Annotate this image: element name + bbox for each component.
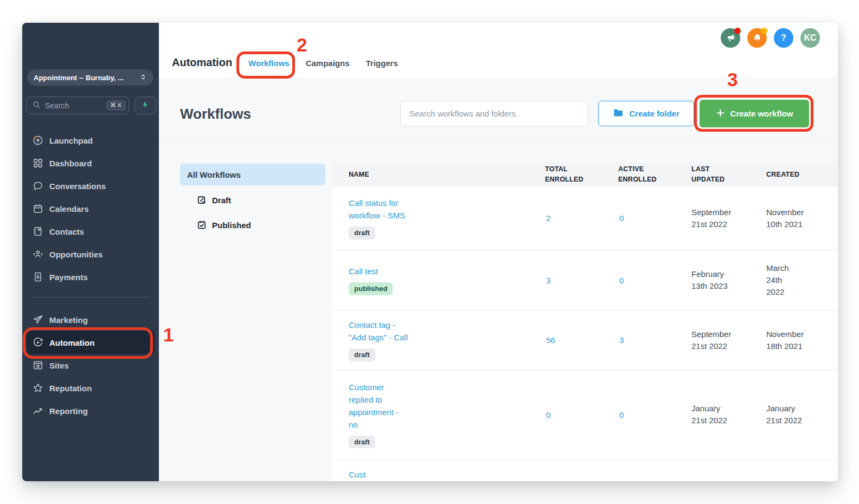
screenshot-canvas: Appointment -- Burnaby, ... Search ⌘ K L… <box>0 0 859 504</box>
conversations-icon <box>33 180 43 191</box>
last-updated-value: September 21st 2022 <box>691 186 766 250</box>
megaphone-icon <box>726 33 736 43</box>
sidebar-item-sites[interactable]: Sites <box>27 354 155 377</box>
table-row: Cust <box>332 460 838 481</box>
sidebar-item-marketing[interactable]: Marketing <box>27 308 155 331</box>
section-title: Workflows <box>180 106 251 122</box>
total-enrolled-value[interactable]: 2 <box>545 186 618 250</box>
location-dropdown[interactable]: Appointment -- Burnaby, ... <box>27 69 153 86</box>
status-badge: draft <box>349 436 375 449</box>
status-badge: published <box>349 282 393 295</box>
sidebar-item-label: Opportunities <box>49 250 102 259</box>
sidebar-item-dashboard[interactable]: Dashboard <box>27 152 155 175</box>
sidebar-item-reputation[interactable]: Reputation <box>27 377 155 399</box>
notification-dot <box>761 28 767 34</box>
payments-icon: $ <box>33 272 43 282</box>
sidebar-divider <box>32 297 149 298</box>
filter-label: Published <box>212 221 251 230</box>
table-body: Call status for workflow - SMSdraft 2 0 … <box>332 186 838 481</box>
sidebar-item-label: Calendars <box>49 204 89 214</box>
topbar: Automation WorkflowsCampaignsTriggers ?K… <box>159 23 838 77</box>
sidebar-item-payments[interactable]: $Payments <box>27 266 155 288</box>
workflow-name-link[interactable]: Call status for workflow - SMS <box>349 197 405 222</box>
create-workflow-label: Create workflow <box>730 109 793 118</box>
sidebar-item-automation[interactable]: Automation <box>27 331 155 354</box>
app-window: Appointment -- Burnaby, ... Search ⌘ K L… <box>22 23 838 481</box>
sidebar-item-label: Dashboard <box>49 159 92 168</box>
created-value: November 10th 2021 <box>766 186 838 250</box>
last-updated-value: January 21st 2022 <box>691 370 766 459</box>
table-row: Call status for workflow - SMSdraft 2 0 … <box>332 186 838 250</box>
tab-triggers[interactable]: Triggers <box>366 59 398 68</box>
active-enrolled-value[interactable]: 0 <box>618 370 691 459</box>
workflow-name-link[interactable]: Customer replied to appointment - no <box>349 381 399 431</box>
create-folder-button[interactable]: Create folder <box>598 101 694 126</box>
sidebar-item-label: Sites <box>49 361 69 370</box>
column-header-created: CREATED <box>766 170 818 180</box>
workflow-name-link[interactable]: Contact tag - "Add tags" - Call <box>349 319 408 344</box>
column-header-active-enrolled: ACTIVE ENROLLED <box>618 164 670 185</box>
location-dropdown-label: Appointment -- Burnaby, ... <box>34 74 135 82</box>
workflow-filters: All Workflows DraftPublished <box>159 139 332 481</box>
folder-icon <box>613 107 624 120</box>
bolt-icon <box>141 100 150 111</box>
sidebar-item-label: Marketing <box>49 315 88 325</box>
active-enrolled-value[interactable]: 0 <box>618 250 691 310</box>
tab-campaigns[interactable]: Campaigns <box>306 59 350 68</box>
automation-icon <box>33 337 43 348</box>
sidebar-item-label: Launchpad <box>49 136 93 145</box>
calendars-icon <box>33 203 43 214</box>
total-enrolled-value[interactable]: 0 <box>545 370 618 459</box>
workflows-header: Workflows Create folder Create workflow <box>159 77 838 139</box>
help-label: ? <box>781 33 786 43</box>
topbar-icons: ?KC <box>721 28 820 48</box>
published-icon <box>197 220 207 230</box>
tab-workflows[interactable]: Workflows <box>248 59 290 68</box>
main-area: Automation WorkflowsCampaignsTriggers ?K… <box>159 23 838 481</box>
sidebar-search-placeholder: Search <box>45 101 102 110</box>
total-enrolled-value[interactable]: 3 <box>545 250 618 310</box>
sidebar-search-input[interactable]: Search ⌘ K <box>26 96 129 114</box>
search-icon <box>32 100 41 111</box>
launchpad-icon <box>33 135 43 146</box>
column-header-total-enrolled: TOTAL ENROLLED <box>545 164 597 185</box>
sites-icon <box>33 360 43 371</box>
filter-all-workflows[interactable]: All Workflows <box>180 164 325 185</box>
sidebar-item-calendars[interactable]: Calendars <box>27 197 155 220</box>
help-button[interactable]: ? <box>774 28 793 48</box>
status-badge: draft <box>349 348 375 361</box>
sidebar-nav: LaunchpadDashboardConversationsCalendars… <box>22 129 159 422</box>
active-enrolled-value[interactable]: 3 <box>618 311 691 370</box>
notifications-button[interactable] <box>747 28 767 48</box>
quick-actions-button[interactable] <box>134 96 156 114</box>
contacts-icon <box>33 226 43 237</box>
filter-label: Draft <box>212 196 231 205</box>
sidebar-item-contacts[interactable]: Contacts <box>27 220 155 243</box>
user-avatar-button[interactable]: KC <box>800 28 820 48</box>
sidebar-search-row: Search ⌘ K <box>26 96 156 114</box>
sidebar-item-conversations[interactable]: Conversations <box>27 175 155 197</box>
sidebar-item-label: Automation <box>49 338 94 347</box>
filter-draft[interactable]: Draft <box>197 188 332 212</box>
workflows-table: NAMETOTAL ENROLLEDACTIVE ENROLLEDLAST UP… <box>332 163 838 481</box>
workflows-search-input[interactable] <box>400 101 588 126</box>
create-workflow-button[interactable]: Create workflow <box>700 100 809 127</box>
content: Workflows Create folder Create workflow <box>159 77 838 481</box>
bell-icon <box>752 33 762 43</box>
active-enrolled-value[interactable]: 0 <box>618 186 691 250</box>
column-header-last-updated: LAST UPDATED <box>691 164 743 185</box>
sidebar-item-opportunities[interactable]: Opportunities <box>27 243 155 266</box>
sidebar-item-label: Conversations <box>49 182 106 191</box>
total-enrolled-value[interactable]: 56 <box>545 311 618 370</box>
filter-published[interactable]: Published <box>197 212 332 237</box>
created-value: November 18th 2021 <box>766 311 838 370</box>
sidebar-item-label: Reputation <box>49 384 92 393</box>
workflow-name-link[interactable]: Call test <box>349 265 378 277</box>
sidebar-item-reporting[interactable]: Reporting <box>27 399 155 422</box>
tab-bar: WorkflowsCampaignsTriggers <box>248 59 398 68</box>
announcements-button[interactable] <box>721 28 740 48</box>
sidebar-item-launchpad[interactable]: Launchpad <box>27 129 155 152</box>
table-row: Customer replied to appointment - nodraf… <box>332 370 838 460</box>
workflow-name-link[interactable]: Cust <box>349 468 366 481</box>
reporting-icon <box>33 405 43 416</box>
